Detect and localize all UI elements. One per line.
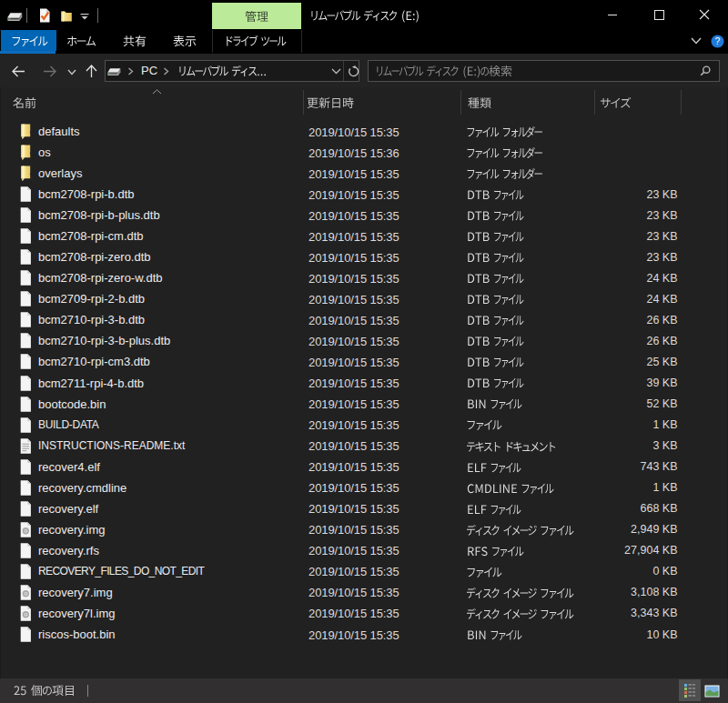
svg-text:?: ?: [715, 35, 721, 46]
